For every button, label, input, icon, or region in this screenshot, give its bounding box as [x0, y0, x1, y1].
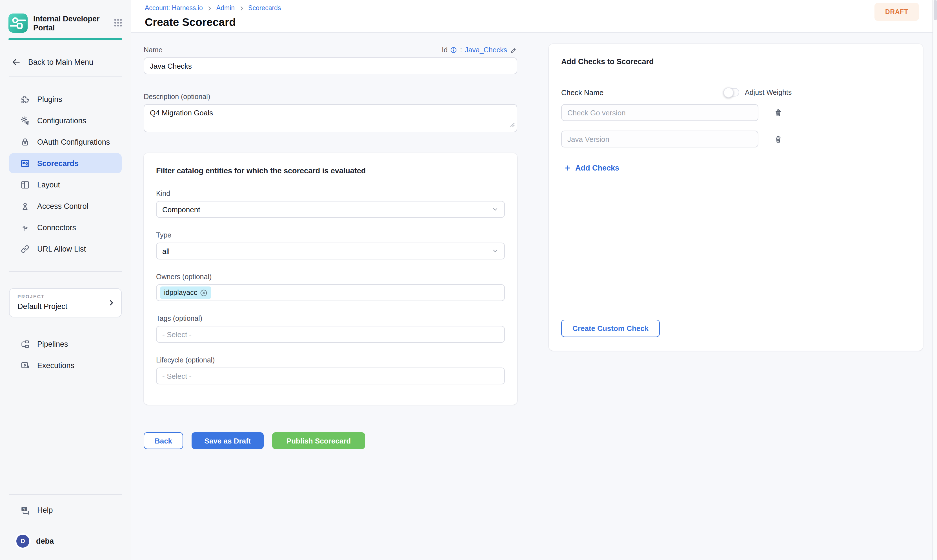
page-title: Create Scorecard [145, 16, 923, 28]
breadcrumb: Account: Harness.io Admin Scorecards [145, 5, 923, 12]
name-label: Name [144, 46, 162, 54]
lifecycle-select[interactable]: - Select - [156, 368, 505, 385]
sidebar-item-access-control[interactable]: Access Control [9, 196, 122, 216]
save-as-draft-button[interactable]: Save as Draft [191, 432, 264, 449]
project-selector[interactable]: PROJECT Default Project [9, 288, 122, 318]
id-row: Id : Java_Checks [442, 46, 517, 54]
user-name: deba [36, 537, 54, 545]
svg-text:?: ? [23, 507, 25, 511]
sidebar-item-plugins[interactable]: Plugins [9, 89, 122, 109]
chevron-down-icon [492, 248, 499, 254]
apps-grid-icon[interactable] [114, 18, 122, 29]
chevron-down-icon [492, 206, 499, 213]
form-actions: Back Save as Draft Publish Scorecard [144, 432, 517, 449]
adjust-weights-toggle[interactable] [724, 88, 739, 97]
lock-icon [20, 137, 30, 147]
play-box-icon [20, 361, 30, 370]
info-icon[interactable] [451, 47, 457, 54]
owner-chip-label: idpplayacc [164, 289, 197, 297]
status-badge: DRAFT [874, 3, 919, 21]
id-value-link[interactable]: Java_Checks [465, 46, 507, 54]
add-checks-panel: Add Checks to Scorecard Check Name Adjus… [549, 44, 923, 351]
person-icon [20, 202, 30, 211]
breadcrumb-admin-link[interactable]: Admin [216, 5, 235, 12]
checks-panel-title: Add Checks to Scorecard [561, 57, 911, 66]
sidebar-item-label: Scorecards [37, 159, 79, 168]
type-value: all [162, 247, 170, 255]
back-button[interactable]: Back [144, 432, 183, 449]
sidebar-item-layout[interactable]: Layout [9, 175, 122, 195]
sidebar-item-connectors[interactable]: Connectors [9, 217, 122, 238]
filter-card: Filter catalog entities for which the sc… [144, 153, 517, 405]
user-menu[interactable]: D deba [9, 531, 122, 551]
sidebar-item-executions[interactable]: Executions [9, 355, 122, 376]
owners-input[interactable]: idpplayacc [156, 284, 505, 301]
delete-check-icon[interactable] [773, 134, 783, 144]
sidebar-item-configurations[interactable]: Configurations [9, 111, 122, 131]
chevron-right-icon [207, 5, 212, 11]
kind-select[interactable]: Component [156, 201, 505, 218]
id-label: Id [442, 46, 448, 54]
sidebar-item-label: URL Allow List [37, 245, 86, 253]
sidebar-item-label: Connectors [37, 223, 76, 232]
description-input[interactable]: Q4 Migration Goals [144, 104, 517, 132]
check-row [561, 104, 911, 121]
delete-check-icon[interactable] [773, 108, 783, 117]
chevron-right-icon [239, 5, 244, 11]
vertical-scrollbar[interactable] [932, 0, 937, 560]
breadcrumb-scorecards-link[interactable]: Scorecards [248, 5, 281, 12]
sidebar-item-pipelines[interactable]: Pipelines [9, 334, 122, 354]
toggle-knob [724, 87, 733, 97]
check-input-2[interactable] [561, 131, 758, 148]
branch-icon [20, 223, 30, 232]
user-avatar: D [16, 534, 29, 547]
sidebar-item-oauth-configurations[interactable]: OAuth Configurations [9, 132, 122, 152]
project-name: Default Project [17, 303, 113, 311]
help-label: Help [37, 506, 53, 514]
adjust-weights-label: Adjust Weights [745, 88, 792, 96]
lifecycle-label: Lifecycle (optional) [156, 356, 505, 364]
link-icon [20, 244, 30, 254]
publish-scorecard-button[interactable]: Publish Scorecard [272, 432, 365, 449]
project-label: PROJECT [17, 294, 113, 300]
back-to-main-menu[interactable]: Back to Main Menu [9, 54, 122, 71]
tags-select[interactable]: - Select - [156, 326, 505, 343]
edit-pencil-icon[interactable] [510, 46, 517, 54]
scrollbar-thumb[interactable] [934, 0, 937, 20]
filter-title: Filter catalog entities for which the sc… [156, 166, 505, 175]
admin-nav: Plugins Configurations OAuth Configurati… [0, 89, 131, 259]
brand-title: Internal Developer Portal [33, 14, 102, 33]
sidebar-bottom: ? Help D deba [0, 494, 131, 560]
help-chat-icon: ? [20, 505, 30, 515]
main-area: Account: Harness.io Admin Scorecards Cre… [131, 0, 937, 560]
sidebar-item-label: Configurations [37, 117, 86, 125]
breadcrumb-account-link[interactable]: Account: Harness.io [145, 5, 203, 12]
back-arrow-icon [11, 57, 21, 67]
kind-value: Component [162, 205, 200, 214]
owner-chip: idpplayacc [160, 286, 211, 299]
help-button[interactable]: ? Help [9, 500, 122, 520]
adjust-weights-control: Adjust Weights [724, 88, 792, 97]
tags-label: Tags (optional) [156, 315, 505, 323]
divider [9, 272, 122, 272]
brand-underline [8, 38, 122, 40]
check-input-1[interactable] [561, 104, 758, 121]
puzzle-icon [20, 95, 30, 104]
type-label: Type [156, 231, 505, 239]
sidebar: Internal Developer Portal Back to Main M… [0, 0, 131, 560]
divider [9, 494, 122, 495]
sidebar-item-url-allow-list[interactable]: URL Allow List [9, 239, 122, 259]
create-custom-check-button[interactable]: Create Custom Check [561, 320, 660, 337]
sidebar-item-label: OAuth Configurations [37, 138, 110, 146]
description-label: Description (optional) [144, 93, 517, 101]
type-select[interactable]: all [156, 243, 505, 260]
add-checks-button[interactable]: Add Checks [564, 164, 619, 172]
app-window: Internal Developer Portal Back to Main M… [0, 0, 937, 560]
name-input[interactable] [144, 57, 517, 74]
resize-grip-icon[interactable] [510, 119, 515, 129]
sidebar-item-scorecards[interactable]: Scorecards [9, 153, 122, 174]
idp-logo-icon [8, 14, 28, 33]
scorecard-form: Name Id : Java_Checks Description (optio… [144, 46, 517, 449]
remove-chip-icon[interactable] [200, 289, 207, 296]
kind-label: Kind [156, 190, 505, 198]
